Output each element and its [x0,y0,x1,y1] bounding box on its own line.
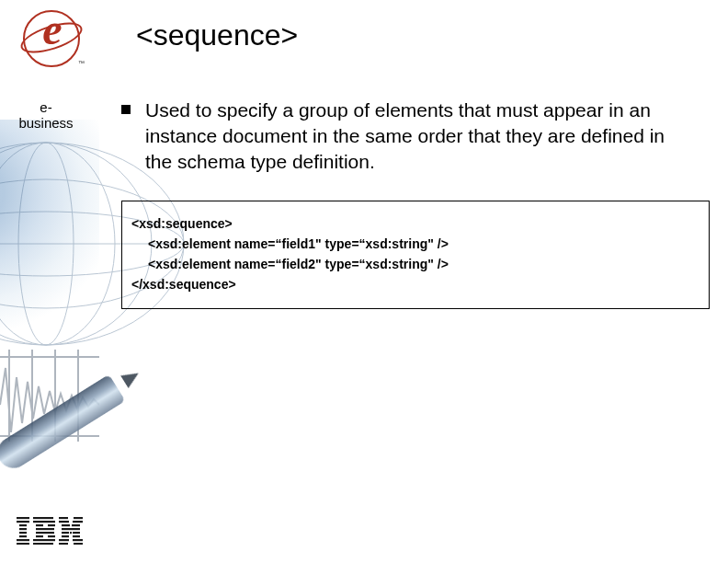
svg-rect-20 [17,543,29,545]
code-example-box: <xsd:sequence> <xsd:element name=“field1… [121,201,710,309]
trademark-symbol: ™ [78,60,85,66]
bullet-block: Used to specify a group of elements that… [121,98,691,175]
ebusiness-logo-glyph: e [22,4,83,54]
svg-rect-19 [17,539,29,541]
svg-rect-46 [74,543,83,545]
ebusiness-label-line1: e- [40,99,51,115]
svg-rect-15 [19,524,27,526]
svg-rect-31 [59,517,68,519]
svg-rect-43 [59,539,69,541]
svg-rect-28 [48,535,55,537]
svg-rect-25 [36,528,54,530]
bullet-text: Used to specify a group of elements that… [145,98,691,175]
svg-rect-30 [33,543,53,545]
svg-rect-26 [36,532,54,534]
svg-rect-16 [19,528,27,530]
svg-rect-33 [59,521,69,523]
svg-rect-27 [36,535,43,537]
svg-rect-45 [59,543,68,545]
svg-rect-36 [72,524,80,526]
svg-rect-22 [33,521,55,523]
slide: e ™ e- business [0,0,728,563]
svg-rect-21 [33,517,53,519]
svg-rect-41 [62,535,69,537]
sidebar: e ™ e- business [0,0,99,563]
svg-rect-37 [62,528,80,530]
svg-rect-23 [36,524,43,526]
code-line-3: <xsd:element name=“field2" type=“xsd:str… [131,257,700,271]
svg-rect-39 [70,532,72,534]
ebusiness-logo-icon: e ™ [22,9,83,70]
svg-rect-34 [73,521,83,523]
svg-rect-38 [62,532,69,534]
svg-rect-14 [17,521,29,523]
bullet-item: Used to specify a group of elements that… [121,98,691,175]
code-line-4: </xsd:sequence> [131,277,700,292]
svg-rect-35 [62,524,70,526]
ibm-logo-icon [17,517,83,545]
svg-rect-32 [74,517,83,519]
svg-rect-40 [73,532,80,534]
bullet-square-icon [121,105,131,114]
ebusiness-label: e- business [0,99,92,131]
svg-rect-17 [19,532,27,534]
svg-rect-42 [73,535,80,537]
ebusiness-label-line2: business [18,115,73,131]
svg-rect-24 [48,524,55,526]
code-line-2: <xsd:element name=“field1" type=“xsd:str… [131,236,700,251]
svg-rect-13 [17,517,29,519]
svg-rect-44 [73,539,83,541]
slide-title: <sequence> [136,18,298,52]
svg-rect-18 [19,535,27,537]
svg-rect-29 [33,539,55,541]
code-line-1: <xsd:sequence> [131,216,700,231]
